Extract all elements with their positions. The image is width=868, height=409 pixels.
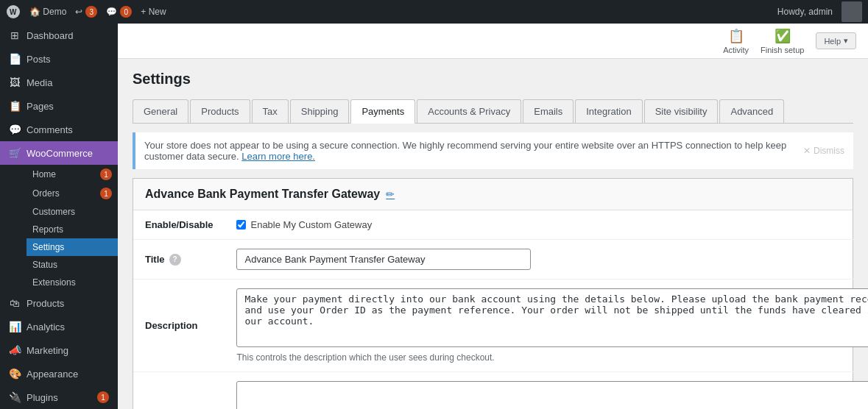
title-input[interactable]: [236, 249, 531, 270]
instructions-label: Instructions: [133, 372, 225, 410]
new-item[interactable]: + New: [141, 7, 166, 17]
content-area: 📋 Activity ✅ Finish setup Help ▾ Setting…: [118, 24, 868, 409]
tab-general[interactable]: General: [133, 99, 188, 123]
tab-shipping[interactable]: Shipping: [290, 99, 350, 123]
products-icon: 🛍: [9, 297, 21, 309]
sidebar-label-dashboard: Dashboard: [27, 30, 74, 41]
sidebar-item-reports[interactable]: Reports: [27, 221, 118, 238]
sidebar-item-posts[interactable]: 📄 Posts: [0, 47, 118, 71]
enable-checkbox[interactable]: [236, 220, 246, 230]
sidebar-label-customers: Customers: [32, 207, 75, 217]
sidebar-item-status[interactable]: Status: [27, 256, 118, 274]
notice-text: Your store does not appear to be using a…: [144, 140, 803, 162]
ssl-notice: Your store does not appear to be using a…: [133, 132, 853, 169]
sidebar-label-woocommerce: WooCommerce: [27, 148, 93, 159]
finish-setup-button[interactable]: ✅ Finish setup: [761, 28, 804, 54]
sidebar-item-woocommerce[interactable]: 🛒 WooCommerce: [0, 141, 118, 165]
pages-icon: 📋: [9, 100, 21, 112]
tab-products[interactable]: Products: [190, 99, 250, 123]
orders-badge: 1: [100, 188, 112, 199]
toolbar-actions: 📋 Activity ✅ Finish setup Help ▾: [723, 28, 856, 54]
tab-integration[interactable]: Integration: [575, 99, 642, 123]
sidebar-label-status: Status: [32, 260, 57, 270]
notice-dismiss-button[interactable]: ✕ Dismiss: [803, 146, 844, 156]
site-name-item[interactable]: 🏠 Demo: [29, 7, 66, 17]
sidebar-item-analytics[interactable]: 📊 Analytics: [0, 315, 118, 338]
sidebar-item-plugins[interactable]: 🔌 Plugins 1: [0, 385, 118, 409]
page-title: Settings: [133, 71, 853, 88]
howdy-text: Howdy, admin: [777, 7, 833, 17]
title-help-icon[interactable]: ?: [169, 254, 181, 266]
sidebar-label-reports: Reports: [32, 224, 63, 235]
updates-item[interactable]: ↩ 3: [75, 6, 97, 18]
main-layout: ⊞ Dashboard 📄 Posts 🖼 Media 📋 Pages 💬 Co…: [0, 24, 868, 409]
admin-bar-left: W 🏠 Demo ↩ 3 💬 0 + New: [6, 4, 166, 19]
title-label: Title: [145, 254, 165, 265]
help-button[interactable]: Help ▾: [816, 32, 856, 49]
sidebar-item-settings[interactable]: Settings: [27, 238, 118, 256]
sidebar-label-extensions: Extensions: [32, 277, 76, 288]
admin-bar: W 🏠 Demo ↩ 3 💬 0 + New Howdy, admin: [0, 0, 868, 24]
sidebar-label-marketing: Marketing: [27, 345, 68, 356]
sidebar-item-home[interactable]: Home 1: [27, 165, 118, 184]
tab-emails[interactable]: Emails: [523, 99, 574, 123]
settings-form: Enable/Disable Enable My Custom Gateway: [133, 210, 868, 409]
description-hint: This controls the description which the …: [236, 352, 868, 363]
sidebar-label-home: Home: [32, 169, 56, 179]
sidebar-item-pages[interactable]: 📋 Pages: [0, 94, 118, 118]
description-textarea[interactable]: [236, 288, 868, 347]
sidebar-label-media: Media: [27, 77, 52, 88]
enable-disable-label: Enable/Disable: [133, 210, 225, 240]
new-label: + New: [141, 7, 166, 17]
tab-payments[interactable]: Payments: [350, 99, 415, 124]
sidebar-item-marketing[interactable]: 📣 Marketing: [0, 338, 118, 362]
settings-panel-header: Advance Bank Payment Transfer Gateway ✏: [133, 179, 853, 210]
help-label: Help: [824, 37, 841, 46]
marketing-icon: 📣: [9, 344, 21, 356]
sidebar-item-products[interactable]: 🛍 Products: [0, 291, 118, 315]
sidebar-label-analytics: Analytics: [27, 321, 65, 332]
finish-setup-icon: ✅: [775, 28, 791, 44]
tab-tax[interactable]: Tax: [252, 99, 289, 123]
sidebar-item-comments[interactable]: 💬 Comments: [0, 118, 118, 141]
activity-button[interactable]: 📋 Activity: [723, 28, 749, 54]
sidebar-item-customers[interactable]: Customers: [27, 203, 118, 221]
sidebar-item-orders[interactable]: Orders 1: [27, 184, 118, 203]
sidebar-item-extensions[interactable]: Extensions: [27, 274, 118, 291]
activity-label: Activity: [723, 46, 749, 54]
sidebar-label-posts: Posts: [27, 54, 51, 65]
finish-setup-label: Finish setup: [761, 46, 804, 54]
sidebar-label-orders: Orders: [32, 188, 60, 199]
enable-checkbox-text: Enable My Custom Gateway: [250, 219, 372, 230]
tab-accounts-privacy[interactable]: Accounts & Privacy: [417, 99, 521, 123]
sidebar-item-media[interactable]: 🖼 Media: [0, 71, 118, 94]
notice-link[interactable]: Learn more here.: [241, 151, 315, 162]
dashboard-icon: ⊞: [9, 29, 21, 41]
site-name: 🏠 Demo: [29, 7, 66, 17]
gateway-edit-link[interactable]: ✏: [386, 188, 395, 200]
wp-logo-item[interactable]: W: [6, 4, 21, 19]
comments-item[interactable]: 💬 0: [106, 6, 132, 18]
tab-site-visibility[interactable]: Site visibility: [644, 99, 719, 123]
field-enable-disable: Enable/Disable Enable My Custom Gateway: [133, 210, 868, 240]
appearance-icon: 🎨: [9, 368, 21, 380]
sidebar-label-pages: Pages: [27, 101, 54, 112]
comments-sidebar-icon: 💬: [9, 124, 21, 135]
plugins-badge: 1: [97, 391, 109, 403]
updates-badge: 3: [85, 6, 97, 18]
instructions-textarea[interactable]: [236, 381, 868, 409]
sidebar-label-comments: Comments: [27, 124, 73, 135]
tabs-bar: General Products Tax Shipping Payments A…: [133, 99, 853, 124]
updates-icon: ↩: [75, 7, 82, 17]
enable-checkbox-label: Enable My Custom Gateway: [236, 219, 868, 230]
woo-submenu: Home 1 Orders 1 Customers Reports Settin…: [0, 165, 118, 291]
sidebar-item-appearance[interactable]: 🎨 Appearance: [0, 362, 118, 385]
svg-text:W: W: [10, 8, 17, 16]
gateway-title: Advance Bank Payment Transfer Gateway: [145, 188, 380, 201]
sidebar-label-plugins: Plugins: [27, 392, 58, 403]
field-instructions: Instructions Instructions that will be a…: [133, 372, 868, 410]
sidebar-item-dashboard[interactable]: ⊞ Dashboard: [0, 24, 118, 47]
tab-advanced[interactable]: Advanced: [719, 99, 784, 123]
top-toolbar: 📋 Activity ✅ Finish setup Help ▾: [118, 24, 868, 59]
comments-badge: 0: [120, 6, 132, 18]
